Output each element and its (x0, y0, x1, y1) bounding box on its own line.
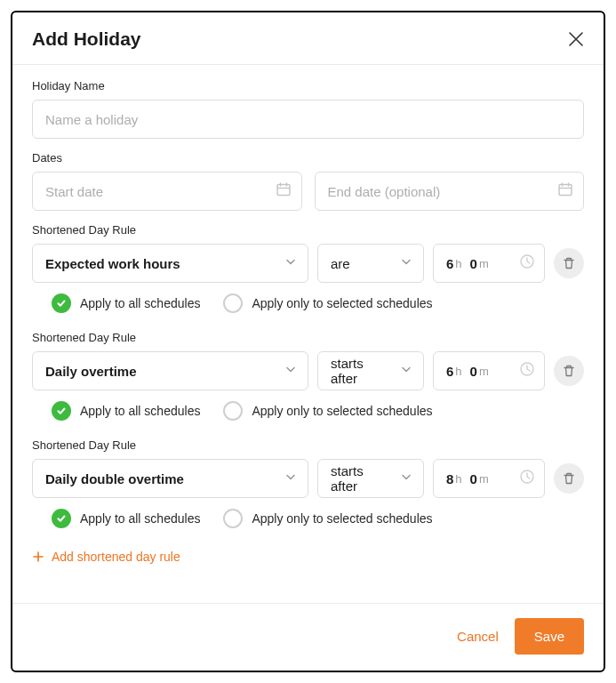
modal-title: Add Holiday (32, 28, 141, 50)
rule-operator-select[interactable]: starts after (317, 459, 424, 498)
apply-all-option[interactable]: Apply to all schedules (52, 293, 200, 313)
rule-operator-value: starts after (331, 356, 389, 386)
trash-icon (562, 364, 576, 378)
time-minutes: 0 (470, 364, 477, 379)
rule-type-value: Expected work hours (45, 256, 180, 271)
clock-icon (519, 469, 535, 488)
apply-selected-label: Apply only to selected schedules (252, 296, 432, 310)
delete-rule-button[interactable] (554, 248, 584, 278)
rule-operator-select[interactable]: are (317, 244, 424, 283)
modal-header: Add Holiday (12, 12, 604, 64)
time-minutes: 0 (470, 471, 477, 486)
apply-selected-option[interactable]: Apply only to selected schedules (223, 509, 432, 528)
add-rule-button[interactable]: Add shortened day rule (32, 550, 584, 564)
close-button[interactable] (568, 31, 584, 47)
rule-label: Shortened Day Rule (32, 223, 584, 237)
rule-time-input[interactable]: 6 h 0 m (433, 244, 545, 283)
end-date-wrap (315, 172, 585, 211)
rule-operator-value: starts after (331, 463, 389, 494)
apply-all-label: Apply to all schedules (80, 296, 200, 310)
clock-icon (519, 361, 535, 381)
apply-selected-label: Apply only to selected schedules (252, 404, 432, 418)
trash-icon (562, 471, 576, 486)
apply-all-option[interactable]: Apply to all schedules (52, 401, 200, 421)
time-hours-unit: h (455, 365, 461, 378)
apply-selected-option[interactable]: Apply only to selected schedules (223, 401, 432, 421)
rule-row: Expected work hours are 6 h 0 m (32, 244, 584, 283)
apply-all-label: Apply to all schedules (80, 404, 200, 418)
end-date-input[interactable] (315, 172, 585, 211)
holiday-name-label: Holiday Name (32, 79, 584, 92)
delete-rule-button[interactable] (554, 356, 584, 386)
check-icon (52, 509, 71, 528)
check-icon (52, 293, 71, 313)
rule-type-select[interactable]: Daily double overtime (32, 459, 308, 498)
save-button[interactable]: Save (515, 618, 584, 655)
radio-unchecked-icon (223, 401, 243, 421)
cancel-button[interactable]: Cancel (457, 629, 499, 644)
modal-footer: Cancel Save (12, 603, 604, 671)
start-date-input[interactable] (32, 172, 302, 211)
chevron-down-icon (284, 471, 297, 486)
rule-scope-row: Apply to all schedules Apply only to sel… (32, 283, 584, 318)
delete-rule-button[interactable] (554, 463, 584, 494)
time-minutes-unit: m (479, 257, 489, 270)
plus-icon (32, 550, 44, 563)
rule-label: Shortened Day Rule (32, 331, 584, 344)
chevron-down-icon (400, 471, 412, 486)
time-minutes: 0 (470, 256, 477, 271)
trash-icon (562, 256, 576, 270)
chevron-down-icon (400, 256, 412, 271)
rule-type-value: Daily overtime (45, 364, 137, 379)
apply-selected-option[interactable]: Apply only to selected schedules (223, 293, 432, 313)
apply-all-option[interactable]: Apply to all schedules (52, 509, 200, 528)
time-hours-unit: h (455, 472, 461, 486)
time-hours: 6 (446, 364, 453, 379)
time-hours-unit: h (455, 257, 461, 270)
rule-row: Daily double overtime starts after 8 h 0… (32, 459, 584, 498)
apply-all-label: Apply to all schedules (80, 511, 200, 526)
holiday-name-input[interactable] (32, 100, 584, 139)
rule-type-value: Daily double overtime (45, 471, 184, 486)
radio-unchecked-icon (223, 509, 243, 528)
check-icon (52, 401, 71, 421)
rule-time-input[interactable]: 6 h 0 m (433, 351, 545, 390)
apply-selected-label: Apply only to selected schedules (252, 511, 432, 526)
rule-operator-value: are (331, 256, 350, 271)
time-minutes-unit: m (479, 365, 489, 378)
time-hours: 6 (446, 256, 453, 271)
rule-row: Daily overtime starts after 6 h 0 m (32, 351, 584, 390)
rule-operator-select[interactable]: starts after (317, 351, 424, 390)
time-minutes-unit: m (479, 472, 489, 486)
radio-unchecked-icon (223, 293, 243, 313)
rule-scope-row: Apply to all schedules Apply only to sel… (32, 390, 584, 426)
modal-body: Holiday Name Dates Shortened Day Rule Ex… (12, 65, 604, 603)
rule-scope-row: Apply to all schedules Apply only to sel… (32, 498, 584, 534)
dates-row (32, 172, 584, 211)
close-icon (568, 31, 584, 47)
add-rule-label: Add shortened day rule (52, 550, 180, 564)
rule-time-input[interactable]: 8 h 0 m (433, 459, 545, 498)
add-holiday-modal: Add Holiday Holiday Name Dates (11, 11, 605, 672)
chevron-down-icon (284, 364, 297, 379)
rule-label: Shortened Day Rule (32, 438, 584, 452)
start-date-wrap (32, 172, 302, 211)
rule-type-select[interactable]: Daily overtime (32, 351, 308, 390)
chevron-down-icon (284, 256, 297, 271)
dates-label: Dates (32, 151, 584, 165)
chevron-down-icon (400, 364, 412, 379)
time-hours: 8 (446, 471, 453, 486)
rule-type-select[interactable]: Expected work hours (32, 244, 308, 283)
clock-icon (519, 253, 535, 273)
